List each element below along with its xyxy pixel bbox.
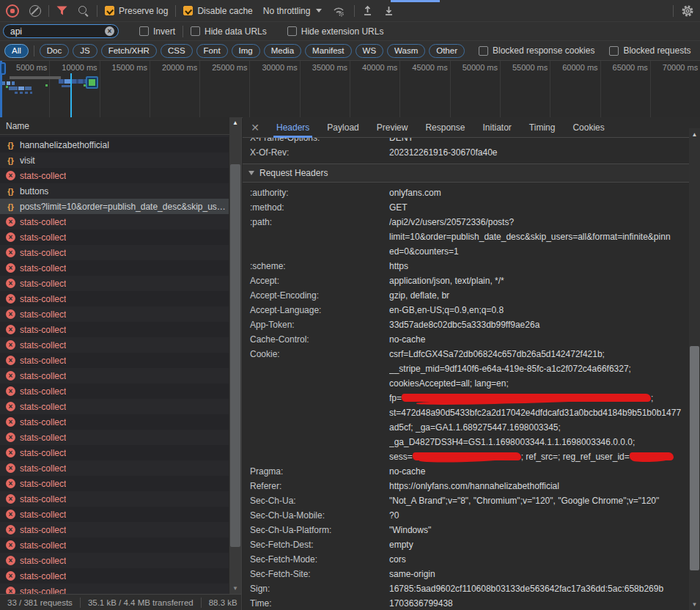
request-name: stats-collect <box>20 263 66 273</box>
header-name: Sign: <box>250 581 389 596</box>
request-row[interactable]: ×stats-collect <box>0 445 229 460</box>
type-filter-css[interactable]: CSS <box>161 44 193 58</box>
type-filter-media[interactable]: Media <box>264 44 301 58</box>
blocked-response-cookies-checkbox[interactable] <box>479 46 488 56</box>
type-filter-all[interactable]: All <box>4 44 29 58</box>
header-row: Sec-Ch-Ua-Mobile:?0 <box>243 508 700 523</box>
invert-checkbox[interactable] <box>139 26 149 36</box>
filter-searchbox[interactable]: × <box>3 24 119 38</box>
request-failed-icon: × <box>6 417 15 427</box>
tab-cookies[interactable]: Cookies <box>564 117 613 138</box>
request-row[interactable]: {}posts?limit=10&order=publish_date_desc… <box>0 199 229 214</box>
request-row[interactable]: ×stats-collect <box>0 353 229 368</box>
clear-filter-icon[interactable]: × <box>105 26 114 36</box>
request-row[interactable]: ×stats-collect <box>0 553 229 568</box>
request-row[interactable]: ×stats-collect <box>0 568 229 584</box>
scroll-up-arrow[interactable]: ▲ <box>229 120 241 126</box>
request-row[interactable]: ×stats-collect <box>0 229 229 245</box>
tab-payload[interactable]: Payload <box>318 117 367 138</box>
overview-timeline[interactable]: 5000 ms10000 ms15000 ms20000 ms25000 ms3… <box>0 61 700 118</box>
request-row[interactable]: ×stats-collect <box>0 460 229 476</box>
request-row[interactable]: ×stats-collect <box>0 507 229 522</box>
request-row[interactable]: ×stats-collect <box>0 399 229 414</box>
preserve-log-checkbox[interactable] <box>105 6 114 15</box>
type-filter-wasm[interactable]: Wasm <box>387 44 425 58</box>
tab-initiator[interactable]: Initiator <box>474 117 520 138</box>
scroll-down-arrow[interactable]: ▼ <box>689 601 700 608</box>
filter-funnel-icon[interactable] <box>56 6 67 15</box>
request-row[interactable]: ×stats-collect <box>0 430 229 445</box>
request-row[interactable]: ×stats-collect <box>0 476 229 491</box>
tab-preview[interactable]: Preview <box>368 117 417 138</box>
request-row[interactable]: {}buttons <box>0 183 229 199</box>
tab-response[interactable]: Response <box>416 117 474 138</box>
blocked-requests-checkbox[interactable] <box>609 46 619 56</box>
request-row[interactable]: ×stats-collect <box>0 584 229 594</box>
type-filter-js[interactable]: JS <box>73 44 97 58</box>
timeline-tick: 45000 ms <box>400 61 450 117</box>
request-row[interactable]: ×stats-collect <box>0 260 229 276</box>
tab-timing[interactable]: Timing <box>520 117 564 138</box>
header-value: en-GB,en-US;q=0.9,en;q=0.8 <box>389 303 700 317</box>
tab-headers[interactable]: Headers <box>268 117 318 138</box>
clear-network-log-icon[interactable] <box>29 5 41 17</box>
scroll-down-arrow[interactable]: ▼ <box>229 585 241 592</box>
request-name: stats-collect <box>20 448 66 458</box>
request-row[interactable]: ×stats-collect <box>0 306 229 322</box>
requests-scrollbar[interactable]: ▲ ▼ <box>229 117 241 594</box>
header-value-line: no-cache <box>389 464 700 479</box>
request-failed-icon: × <box>6 171 15 180</box>
toolbar-divider <box>97 5 97 17</box>
import-har-icon[interactable] <box>362 5 373 16</box>
name-column-header[interactable]: Name <box>0 117 241 135</box>
request-row[interactable]: ×stats-collect <box>0 368 229 383</box>
request-type-filters: AllDocJSFetch/XHRCSSFontImgMediaManifest… <box>0 41 700 61</box>
scroll-up-arrow[interactable]: ▲ <box>689 131 700 138</box>
request-row[interactable]: ×stats-collect <box>0 322 229 337</box>
hide-extension-urls-checkbox[interactable] <box>287 26 297 36</box>
request-row[interactable]: ×stats-collect <box>0 414 229 430</box>
record-button[interactable] <box>6 4 19 18</box>
request-row[interactable]: {}visit <box>0 152 229 168</box>
filter-input[interactable] <box>10 26 105 37</box>
type-filter-manifest[interactable]: Manifest <box>305 44 351 58</box>
header-name: Accept-Language: <box>250 303 389 317</box>
request-row[interactable]: ×stats-collect <box>0 214 229 229</box>
header-value: 16785:5aad9602cf110608b03133de563642fac1… <box>389 581 700 596</box>
request-row[interactable]: {}hannahelizabethofficial <box>0 137 229 152</box>
type-filter-fetch-xhr[interactable]: Fetch/XHR <box>101 44 157 58</box>
request-row[interactable]: ×stats-collect <box>0 383 229 399</box>
header-row: X-Frame-Options:DENY <box>243 138 700 145</box>
request-failed-icon: × <box>6 217 15 227</box>
request-row[interactable]: ×stats-collect <box>0 245 229 260</box>
type-filter-other[interactable]: Other <box>429 44 465 58</box>
search-icon[interactable] <box>78 5 89 17</box>
settings-gear-icon[interactable] <box>681 4 694 18</box>
request-row[interactable]: ×stats-collect <box>0 537 229 553</box>
timeline-tick: 25000 ms <box>200 61 250 117</box>
scrollbar-thumb[interactable] <box>690 346 699 570</box>
request-row[interactable]: ×stats-collect <box>0 276 229 291</box>
scrollbar-thumb[interactable] <box>230 164 240 547</box>
request-row[interactable]: ×stats-collect <box>0 522 229 537</box>
request-headers-section-header[interactable]: Request Headers <box>243 163 700 183</box>
type-filter-ws[interactable]: WS <box>355 44 384 58</box>
export-har-icon[interactable] <box>383 5 394 16</box>
timeline-tick: 65000 ms <box>601 61 651 117</box>
type-filter-img[interactable]: Img <box>232 44 260 58</box>
hide-data-urls-checkbox[interactable] <box>191 26 200 36</box>
detail-scrollbar[interactable]: ▲ ▼ <box>689 128 700 610</box>
disable-cache-checkbox[interactable] <box>183 6 193 15</box>
network-conditions-icon[interactable] <box>332 5 347 17</box>
request-row[interactable]: ×stats-collect <box>0 491 229 507</box>
type-filter-font[interactable]: Font <box>196 44 228 58</box>
request-failed-icon: × <box>6 402 15 411</box>
request-row[interactable]: ×stats-collect <box>0 337 229 353</box>
throttling-dropdown[interactable]: No throttling <box>263 6 311 16</box>
header-row: Accept-Language:en-GB,en-US;q=0.9,en;q=0… <box>243 303 700 317</box>
type-filter-doc[interactable]: Doc <box>40 44 69 58</box>
request-row[interactable]: ×stats-collect <box>0 168 229 183</box>
request-name: stats-collect <box>20 356 66 366</box>
close-icon[interactable]: ✕ <box>243 122 268 133</box>
request-row[interactable]: ×stats-collect <box>0 291 229 306</box>
